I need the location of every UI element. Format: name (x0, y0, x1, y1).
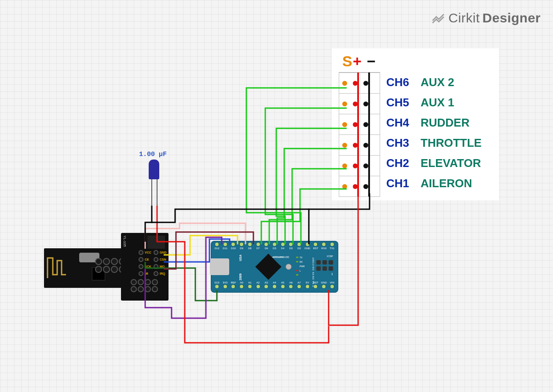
rx-pad-signal[interactable] (342, 184, 347, 189)
rx-pad-ground[interactable] (363, 81, 368, 86)
nano-pin-gnd[interactable]: GND (322, 285, 326, 288)
rx-header-signal: S (342, 53, 352, 70)
rx-pad-ground[interactable] (363, 163, 368, 168)
nano-pin-d5[interactable]: D5 (273, 243, 276, 246)
led-labels: TXRXPWRL (300, 255, 305, 273)
nano-pin-d2[interactable]: D2 (297, 243, 301, 246)
rx-row-ch1[interactable] (339, 176, 380, 196)
nano-pin-d6[interactable]: D6 (264, 243, 268, 246)
nrf-pin-header[interactable] (95, 258, 124, 271)
nano-pin-d4[interactable]: D4 (281, 243, 285, 246)
nano-top-pinrow: D12D11D10D9D8D7D6D5D4D3D2GNDRSTRX0TX1 (215, 243, 334, 249)
rx-pad-signal[interactable] (342, 163, 347, 168)
rx-pad-ground[interactable] (363, 122, 368, 127)
rx-row-ch6[interactable] (339, 73, 380, 93)
adapter-pin-mi[interactable]: MI (139, 270, 154, 277)
adapter-model: YL-105 (123, 236, 127, 247)
rx-fn-label: THROTTLE (421, 136, 482, 150)
brand-designer: Designer (483, 11, 541, 25)
nano-pin-d13[interactable]: D13 (215, 285, 219, 288)
rx-pad-power[interactable] (353, 102, 358, 106)
nano-pin-rst[interactable]: RST (314, 243, 317, 246)
board-year: 2009 (239, 273, 242, 280)
rx-row-ch5[interactable] (339, 93, 380, 114)
capacitor-lead-pos (157, 179, 157, 206)
nano-bottom-pinrow: D133V3REFA0A1A2A3A4A5A6A75VRSTGNDVIN (215, 285, 334, 291)
led-rx (296, 261, 298, 262)
rx-header-ground: − (367, 53, 376, 70)
rx-pad-ground[interactable] (363, 184, 368, 189)
nano-pin-rst[interactable]: RST (314, 285, 317, 288)
rx-row-ch2[interactable] (339, 155, 380, 176)
adapter-nrf-socket (131, 279, 156, 290)
rx-pad-signal[interactable] (342, 102, 347, 106)
icsp-header[interactable] (316, 260, 333, 271)
adapter-regulator (147, 236, 165, 249)
rx-header-power: + (353, 53, 362, 70)
adapter-pin-mo[interactable]: MO (154, 263, 168, 270)
rx-pad-ground[interactable] (363, 143, 368, 148)
rx-pad-signal[interactable] (342, 143, 347, 148)
rx-pad-signal[interactable] (342, 122, 347, 127)
nano-pin-a0[interactable]: A0 (240, 285, 243, 288)
brand-logo: Cirkit Designer (431, 11, 541, 25)
usb-port (210, 258, 229, 275)
nano-pin-vin[interactable]: VIN (330, 285, 334, 288)
nano-pin-rx0[interactable]: RX0 (322, 243, 326, 246)
nrf-adapter-board[interactable]: YL-105 VCC GND CE CSN SCK MO (121, 233, 168, 301)
nano-pin-a2[interactable]: A2 (256, 285, 260, 288)
nano-pin-d12[interactable]: D12 (215, 243, 219, 246)
nano-pin-a1[interactable]: A1 (248, 285, 252, 288)
adapter-pin-sck[interactable]: SCK (139, 263, 154, 270)
nano-pin-d3[interactable]: D3 (289, 243, 293, 246)
rx-pad-power[interactable] (353, 184, 358, 189)
rx-ch-label: CH1 (386, 177, 417, 190)
nano-pin-d9[interactable]: D9 (240, 243, 243, 246)
rx-fn-label: RUDDER (421, 116, 469, 130)
board-country: USA (239, 254, 242, 261)
receiver-panel[interactable]: S + − C (332, 48, 499, 200)
nano-pin-ref[interactable]: REF (231, 285, 235, 288)
nano-pin-a7[interactable]: A7 (297, 285, 301, 288)
nano-pin-tx1[interactable]: TX1 (330, 243, 334, 246)
adapter-pin-ce[interactable]: CE (139, 256, 154, 263)
nano-pin-a5[interactable]: A5 (281, 285, 285, 288)
adapter-pin-vcc[interactable]: VCC (139, 249, 154, 256)
nano-pin-gnd[interactable]: GND (306, 243, 309, 246)
design-canvas[interactable]: Cirkit Designer 1.00 µF S + − (0, 0, 553, 392)
adapter-pin-gnd[interactable]: GND (154, 249, 168, 256)
adapter-pin-csn[interactable]: CSN (154, 256, 168, 263)
rx-ch-label: CH5 (386, 96, 417, 109)
nano-pin-a6[interactable]: A6 (289, 285, 293, 288)
nano-pin-d11[interactable]: D11 (223, 243, 227, 246)
rx-pad-power[interactable] (353, 81, 358, 86)
wire-cap-gnd-bridge (152, 209, 309, 222)
nano-pin-5v[interactable]: 5V (306, 285, 309, 288)
led-pwr (296, 270, 298, 271)
nano-pin-d10[interactable]: D10 (231, 243, 235, 246)
adapter-pin-irq[interactable]: IRQ (154, 270, 168, 277)
arduino-nano[interactable]: ARDUINO.CC 2009 USA ICSP 1 TXRXPWRL ARDU… (211, 241, 338, 293)
rx-pad-ground[interactable] (363, 102, 368, 106)
nano-pin-a4[interactable]: A4 (273, 285, 276, 288)
adapter-io-header[interactable]: VCC GND CE CSN SCK MO MI IRQ (139, 249, 168, 277)
rx-row-ch4[interactable] (339, 114, 380, 134)
rx-ch-label: CH2 (386, 156, 417, 170)
rx-pad-power[interactable] (353, 163, 358, 168)
rx-pad-signal[interactable] (342, 81, 347, 86)
nrf24l01-module[interactable] (44, 248, 128, 288)
rx-bus-power (357, 73, 359, 196)
nano-pin-3v3[interactable]: 3V3 (223, 285, 227, 288)
rx-fn-label: AUX 2 (421, 76, 454, 89)
rx-pad-power[interactable] (353, 143, 358, 148)
nano-pin-a3[interactable]: A3 (264, 285, 268, 288)
board-brand: ARDUINO.CC (272, 256, 289, 258)
nano-pin-d7[interactable]: D7 (256, 243, 260, 246)
rx-bus-ground (368, 73, 370, 196)
capacitor-body[interactable] (149, 160, 159, 179)
rx-pad-power[interactable] (353, 122, 358, 127)
rx-fn-label: AILERON (421, 177, 472, 190)
rx-row-ch3[interactable] (339, 134, 380, 155)
reset-button[interactable] (286, 264, 292, 270)
nano-pin-d8[interactable]: D8 (248, 243, 252, 246)
